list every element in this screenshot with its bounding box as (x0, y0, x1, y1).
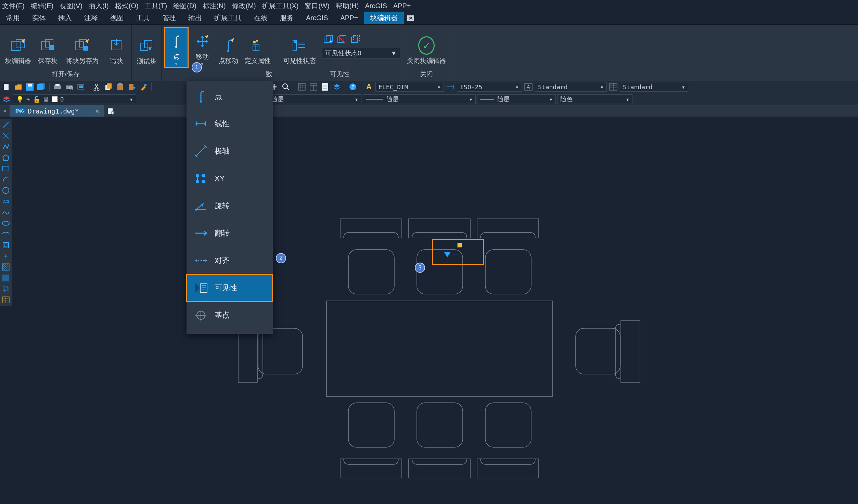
btn-save-block[interactable]: 保存块 (36, 27, 60, 67)
menu-window[interactable]: 窗口(W) (305, 1, 329, 11)
paste-icon[interactable] (115, 82, 125, 92)
properties-icon[interactable] (308, 82, 319, 92)
menu-draw[interactable]: 绘图(D) (173, 1, 196, 11)
tab-common[interactable]: 常用 (0, 12, 26, 24)
cut-icon[interactable] (92, 82, 102, 92)
table-icon[interactable] (1, 295, 10, 304)
grip-visibility[interactable] (444, 252, 450, 257)
dd-align[interactable]: 对齐 (187, 247, 273, 274)
menu-dim[interactable]: 标注(N) (203, 1, 226, 11)
dd-point[interactable]: 点 (187, 83, 273, 110)
doc-tab-caret[interactable]: ▾ (0, 105, 10, 117)
copy-icon[interactable] (103, 82, 114, 92)
text-style-icon[interactable]: A (523, 82, 534, 92)
menu-insert[interactable]: 插入(I) (89, 1, 109, 11)
polygon-icon[interactable] (1, 153, 10, 162)
tab-close-icon[interactable] (404, 12, 418, 24)
save-icon[interactable] (25, 82, 35, 92)
dd-rotate[interactable]: 旋转 (187, 192, 273, 220)
doc-tab[interactable]: DWG Drawing1.dwg* ✕ (10, 105, 104, 117)
annot-scale-icon[interactable]: A (364, 82, 374, 92)
btn-point[interactable]: 点 ▼ (164, 27, 188, 67)
grip-basepoint[interactable] (457, 243, 462, 248)
plot-icon[interactable] (76, 82, 86, 92)
ray-icon[interactable] (1, 131, 10, 140)
layer-dropdown[interactable]: 💡 ☀ 🔓 🖶 0 ▾ (13, 94, 136, 104)
menu-modify[interactable]: 修改(M) (232, 1, 256, 11)
point-tool-icon[interactable] (1, 252, 10, 261)
color-dropdown[interactable]: 随色 ▾ (557, 94, 632, 104)
rect-icon[interactable] (1, 164, 10, 173)
saveall-icon[interactable] (36, 82, 47, 92)
menu-appplus[interactable]: APP+ (393, 2, 411, 10)
help-icon[interactable]: ? (348, 82, 358, 92)
tab-online[interactable]: 在线 (248, 12, 274, 24)
paste-special-icon[interactable] (127, 82, 137, 92)
menu-help[interactable]: 帮助(H) (336, 1, 359, 11)
tab-annot[interactable]: 注释 (78, 12, 104, 24)
vis-toggle-icon[interactable] (351, 36, 361, 46)
print-icon[interactable] (52, 82, 63, 92)
spline-icon[interactable] (1, 208, 10, 217)
open-icon[interactable] (13, 82, 23, 92)
pline-icon[interactable] (1, 142, 10, 151)
vis-hide-icon[interactable] (337, 36, 347, 46)
dd-xy[interactable]: XY (187, 165, 273, 192)
vis-show-icon[interactable] (323, 36, 334, 46)
menu-edit[interactable]: 编辑(E) (31, 1, 54, 11)
dd-flip[interactable]: 翻转 (187, 220, 273, 247)
dd-polar[interactable]: 极轴 (187, 137, 273, 165)
tab-appplus[interactable]: APP+ (334, 12, 364, 24)
btn-close-block-editor[interactable]: ✓ 关闭块编辑器 (406, 27, 447, 67)
layers-icon[interactable] (332, 82, 342, 92)
btn-write-block[interactable]: 写块 (105, 27, 129, 67)
tab-manage[interactable]: 管理 (156, 12, 182, 24)
dd-linear[interactable]: 线性 (187, 110, 273, 137)
tab-insert[interactable]: 插入 (52, 12, 78, 24)
tab-ext[interactable]: 扩展工具 (208, 12, 248, 24)
btn-test-block[interactable]: 测试块 (135, 28, 158, 68)
new-icon[interactable] (1, 82, 12, 92)
menu-view[interactable]: 视图(V) (60, 1, 82, 11)
region-icon[interactable] (1, 284, 10, 293)
dim-style-dropdown[interactable]: ELEC_DIM▾ (375, 82, 444, 92)
new-doc-icon[interactable] (104, 105, 117, 117)
text-style-dropdown[interactable]: Standard▾ (535, 82, 607, 92)
ellipse-arc-icon[interactable] (1, 230, 10, 239)
tab-block-edit[interactable]: 块编辑器 (364, 12, 404, 24)
visibility-state-dropdown[interactable]: 可见性状态0 ▼ (322, 48, 400, 59)
dim-icon[interactable] (445, 82, 456, 92)
iso-dropdown[interactable]: ISO-25▾ (457, 82, 522, 92)
menu-file[interactable]: 文件(F) (2, 1, 25, 11)
dd-visibility[interactable]: 可见性 (187, 274, 273, 302)
btn-visibility-state[interactable]: 可见性状态 (279, 27, 320, 67)
grid-icon[interactable] (297, 82, 307, 92)
linetype2-dropdown[interactable]: 随层 ▾ (363, 94, 476, 104)
btn-point-move[interactable]: 点移动 (216, 27, 240, 67)
drawing-canvas[interactable]: ── 3 (12, 120, 858, 504)
dd-basepoint[interactable]: 基点 (187, 302, 273, 329)
line-icon[interactable] (1, 120, 10, 129)
menu-format[interactable]: 格式(O) (115, 1, 139, 11)
close-doc-icon[interactable]: ✕ (95, 107, 99, 115)
gradient-icon[interactable] (1, 274, 10, 282)
lineweight-dropdown[interactable]: 随层 ▾ (477, 94, 556, 104)
circle-icon[interactable] (1, 186, 10, 195)
table-style-dropdown[interactable]: Standard▾ (620, 82, 688, 92)
tab-arcgis[interactable]: ArcGIS (300, 12, 334, 24)
btn-move[interactable]: 移动 ▼ (190, 27, 214, 67)
tab-service[interactable]: 服务 (274, 12, 300, 24)
print-preview-icon[interactable] (64, 82, 74, 92)
menu-ext[interactable]: 扩展工具(X) (262, 1, 299, 11)
match-prop-icon[interactable] (138, 82, 149, 92)
btn-define-attr[interactable]: 定义属性 (242, 27, 273, 67)
table-style-icon[interactable] (608, 82, 618, 92)
btn-block-editor[interactable]: 块编辑器 (3, 27, 34, 67)
layer-manager-icon[interactable] (1, 94, 12, 104)
btn-save-block-as[interactable]: 将块另存为 (62, 27, 103, 67)
menu-arcgis[interactable]: ArcGIS (365, 2, 387, 10)
tab-tools[interactable]: 工具 (130, 12, 156, 24)
block-icon[interactable] (1, 241, 10, 250)
zoom-icon[interactable] (281, 82, 291, 92)
tab-output[interactable]: 输出 (182, 12, 208, 24)
